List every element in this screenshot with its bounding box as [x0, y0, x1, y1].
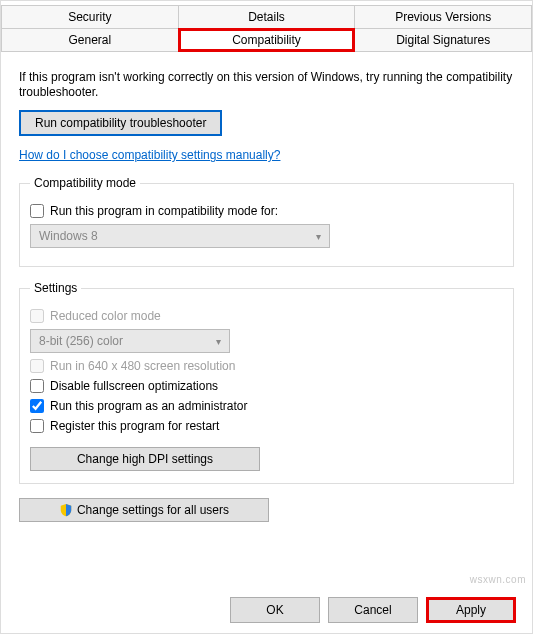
dialog-footer: OK Cancel Apply	[230, 597, 516, 623]
change-dpi-button[interactable]: Change high DPI settings	[30, 447, 260, 471]
tab-previous-versions[interactable]: Previous Versions	[354, 5, 532, 29]
change-all-users-button[interactable]: Change settings for all users	[19, 498, 269, 522]
tab-digital-signatures[interactable]: Digital Signatures	[354, 28, 532, 52]
ok-button[interactable]: OK	[230, 597, 320, 623]
apply-button[interactable]: Apply	[426, 597, 516, 623]
tab-details[interactable]: Details	[178, 5, 356, 29]
run-admin-label: Run this program as an administrator	[50, 399, 247, 413]
change-all-users-label: Change settings for all users	[77, 503, 229, 517]
disable-fullscreen-checkbox[interactable]	[30, 379, 44, 393]
cancel-button[interactable]: Cancel	[328, 597, 418, 623]
chevron-down-icon: ▾	[316, 231, 321, 242]
reduced-color-label: Reduced color mode	[50, 309, 161, 323]
chevron-down-icon: ▾	[216, 336, 221, 347]
compat-mode-group: Compatibility mode Run this program in c…	[19, 176, 514, 267]
compat-mode-checkbox-label: Run this program in compatibility mode f…	[50, 204, 278, 218]
run-640-checkbox	[30, 359, 44, 373]
settings-group: Settings Reduced color mode 8-bit (256) …	[19, 281, 514, 484]
run-admin-checkbox[interactable]	[30, 399, 44, 413]
compat-mode-checkbox[interactable]	[30, 204, 44, 218]
tab-general[interactable]: General	[1, 28, 179, 52]
register-restart-row[interactable]: Register this program for restart	[30, 419, 503, 433]
run-640-row: Run in 640 x 480 screen resolution	[30, 359, 503, 373]
shield-icon	[59, 503, 73, 517]
tab-content: If this program isn't working correctly …	[1, 52, 532, 484]
manual-settings-link[interactable]: How do I choose compatibility settings m…	[19, 148, 280, 162]
properties-dialog: Security Details Previous Versions Gener…	[0, 0, 533, 634]
compat-mode-legend: Compatibility mode	[30, 176, 140, 190]
intro-text: If this program isn't working correctly …	[19, 70, 514, 100]
register-restart-checkbox[interactable]	[30, 419, 44, 433]
tab-security[interactable]: Security	[1, 5, 179, 29]
tab-compatibility[interactable]: Compatibility	[178, 28, 356, 52]
reduced-color-checkbox	[30, 309, 44, 323]
run-admin-row[interactable]: Run this program as an administrator	[30, 399, 503, 413]
run-troubleshooter-button[interactable]: Run compatibility troubleshooter	[19, 110, 222, 136]
color-depth-value: 8-bit (256) color	[39, 334, 123, 348]
disable-fullscreen-label: Disable fullscreen optimizations	[50, 379, 218, 393]
reduced-color-row: Reduced color mode	[30, 309, 503, 323]
register-restart-label: Register this program for restart	[50, 419, 219, 433]
compat-mode-select[interactable]: Windows 8 ▾	[30, 224, 330, 248]
run-640-label: Run in 640 x 480 screen resolution	[50, 359, 235, 373]
watermark-text: wsxwn.com	[470, 574, 526, 585]
color-depth-select: 8-bit (256) color ▾	[30, 329, 230, 353]
tab-strip: Security Details Previous Versions Gener…	[1, 5, 532, 52]
disable-fullscreen-row[interactable]: Disable fullscreen optimizations	[30, 379, 503, 393]
settings-legend: Settings	[30, 281, 81, 295]
compat-mode-select-value: Windows 8	[39, 229, 98, 243]
compat-mode-checkbox-row[interactable]: Run this program in compatibility mode f…	[30, 204, 503, 218]
